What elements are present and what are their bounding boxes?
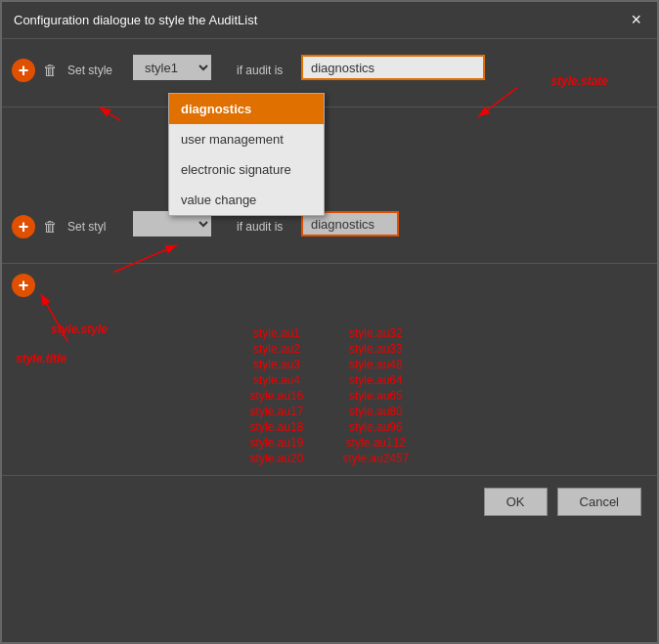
- dropdown-item-electronic-signature[interactable]: electronic signature: [169, 154, 324, 185]
- close-button[interactable]: ×: [627, 10, 645, 30]
- style-au20: style.au20: [250, 451, 304, 465]
- style-au16: style.au16: [250, 389, 304, 403]
- row1-controls: + 🗑: [12, 55, 60, 82]
- style-au1: style.au1: [250, 326, 304, 340]
- style-au19: style.au19: [250, 436, 304, 450]
- style-au112: style.au112: [342, 436, 409, 450]
- if-audit-label-1: if audit is: [237, 58, 295, 77]
- dropdown-menu: diagnostics user management electronic s…: [168, 93, 325, 216]
- add-row-button-3[interactable]: +: [12, 274, 35, 297]
- style-col-1: style.au1 style.au2 style.au3 style.au4 …: [250, 326, 304, 465]
- configuration-dialog: Configuration dialogue to style the Audi…: [0, 0, 659, 644]
- row-1: + 🗑 Set style style1 if audit is: [2, 49, 657, 107]
- dialog-title: Configuration dialogue to style the Audi…: [14, 13, 257, 27]
- style-au64: style.au64: [342, 373, 409, 387]
- dropdown-item-diagnostics[interactable]: diagnostics: [169, 94, 324, 124]
- style-au33: style.au33: [342, 342, 409, 356]
- style-au48: style.au48: [342, 358, 409, 371]
- dropdown-menu-container: diagnostics user management electronic s…: [168, 93, 325, 216]
- style-au80: style.au80: [342, 405, 409, 418]
- delete-row-button-1[interactable]: 🗑: [41, 60, 60, 81]
- row-3-add: +: [2, 264, 657, 307]
- set-style-label-1: Set style: [67, 58, 121, 77]
- style-col-2: style.au32 style.au33 style.au48 style.a…: [342, 326, 409, 465]
- set-style-label-2: Set styl: [67, 214, 121, 234]
- cancel-button[interactable]: Cancel: [557, 488, 641, 516]
- dialog-titlebar: Configuration dialogue to style the Audi…: [2, 2, 657, 39]
- style-au65: style.au65: [342, 389, 409, 403]
- trash-icon-2: 🗑: [43, 218, 58, 235]
- add-row-button-2[interactable]: +: [12, 215, 35, 238]
- dialog-body: style.state style.style style.title + 🗑 …: [2, 39, 657, 537]
- style-select-1[interactable]: style1: [133, 55, 211, 80]
- dropdown-item-value-change[interactable]: value change: [169, 185, 324, 215]
- ok-button[interactable]: OK: [484, 488, 548, 516]
- audit-value-1[interactable]: [301, 55, 485, 80]
- row-2: + 🗑 Set styl if audit is diagnostics: [2, 205, 657, 264]
- if-audit-label-2: if audit is: [237, 214, 295, 234]
- dropdown-item-user-management[interactable]: user management: [169, 124, 324, 154]
- style-au2457: style.au2457: [342, 451, 409, 465]
- style-codes-section: style.au1 style.au2 style.au3 style.au4 …: [2, 307, 657, 475]
- trash-icon-1: 🗑: [43, 62, 58, 78]
- style-au96: style.au96: [342, 420, 409, 434]
- row1-content: Set style style1 if audit is: [67, 55, 647, 80]
- svg-line-2: [99, 107, 120, 121]
- style-au32: style.au32: [342, 326, 409, 340]
- row2-content: Set styl if audit is diagnostics: [67, 211, 647, 236]
- dialog-footer: OK Cancel: [2, 475, 657, 528]
- add-row-button-1[interactable]: +: [12, 59, 35, 82]
- row2-controls: + 🗑: [12, 211, 60, 238]
- style-au3: style.au3: [250, 358, 304, 371]
- style-au4: style.au4: [250, 373, 304, 387]
- delete-row-button-2[interactable]: 🗑: [41, 216, 60, 237]
- style-au17: style.au17: [250, 405, 304, 418]
- style-au18: style.au18: [250, 420, 304, 434]
- style-au2: style.au2: [250, 342, 304, 356]
